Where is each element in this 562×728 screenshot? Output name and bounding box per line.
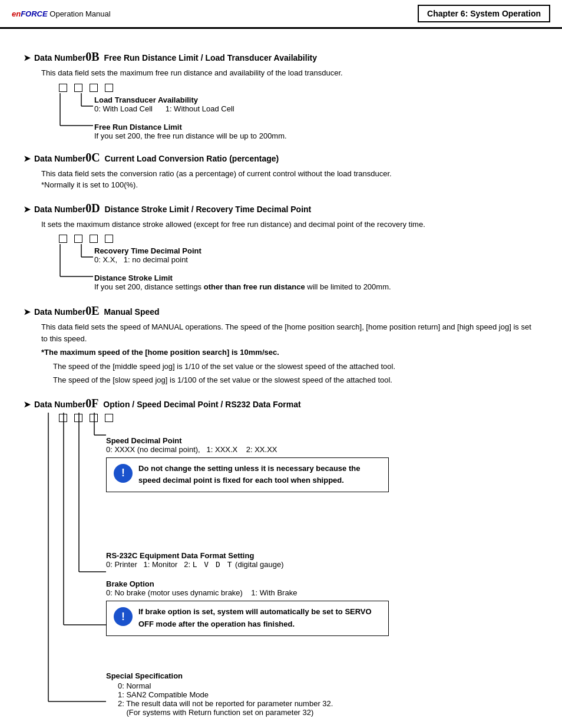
notice-icon-2: ! [114,607,133,626]
section-0D-heading: ➤ Data Number 0D Distance Stroke Limit /… [24,202,538,215]
section-0D: ➤ Data Number 0D Distance Stroke Limit /… [24,202,538,292]
notice-box-speed: ! Do not change the setting unless it is… [106,457,389,493]
section-0E-extra1: The speed of the [middle speed jog] is 1… [53,361,538,373]
section-0E-heading: ➤ Data Number 0E Manual Speed [24,304,538,318]
section-0E-note: *The maximum speed of the [home position… [41,347,538,358]
label-0D-recovery-title: Recovery Time Decimal Point [94,246,201,255]
tree-lines-0F [47,413,106,729]
diagram-0F: Speed Decimal Point 0: XXXX (no decimal … [47,414,538,729]
data-number-code-0C: 0C [85,151,100,164]
diagram-0F-tree: Speed Decimal Point 0: XXXX (no decimal … [47,423,538,729]
checkbox-0D-4 [105,235,113,243]
label-0B-load: Load Transducer Availability 0: With Loa… [94,95,538,113]
section-0B: ➤ Data Number 0B Free Run Distance Limit… [24,50,538,140]
special-spec-1: 1: SAN2 Compatible Mode [118,690,538,699]
section-0F: ➤ Data Number 0F Option / Speed Decimal … [24,397,538,729]
bullet-0C: ➤ [24,154,31,163]
notice-box-brake: ! If brake option is set, system will au… [106,601,389,636]
checkbox-row-0B [59,84,538,92]
bullet-0B: ➤ [24,53,31,62]
data-number-code-0B: 0B [85,50,99,64]
checkbox-0B-2 [74,84,82,92]
label-0F-special: Special Specification 0: Normal 1: SAN2 … [106,671,538,717]
data-number-label-0F: Data Number [34,400,85,409]
section-0B-body: This data field sets the maximum free ru… [41,67,538,79]
label-0F-speed-decimal-body: 0: XXXX (no decimal point), 1: XXX.X 2: … [106,445,277,454]
diagram-0B-labels: Load Transducer Availability 0: With Loa… [94,95,538,140]
checkbox-0D-1 [59,235,67,243]
section-0C-text: This data field sets the conversion rati… [41,168,538,191]
label-0F-special-title: Special Specification [106,671,183,680]
logo: enFORCE Operation Manual [12,9,111,18]
special-spec-2: 2: The result data will not be reported … [118,699,538,717]
section-0F-title: Option / Speed Decimal Point / RS232 Dat… [103,400,300,409]
data-number-label-0C: Data Number [34,154,85,163]
section-0B-title: Free Run Distance Limit / Load Transduce… [104,53,317,62]
logo-en: en [12,9,21,18]
data-number-label-0D: Data Number [34,205,85,214]
checkbox-0F-4 [105,414,113,422]
label-0D-distance: Distance Stroke Limit If you set 200, di… [94,274,538,291]
label-0F-rs232: RS-232C Equipment Data Format Setting 0:… [106,551,538,569]
bullet-0E: ➤ [24,307,31,317]
page-header: enFORCE Operation Manual Chapter 6: Syst… [0,0,562,29]
special-spec-0: 0: Normal [118,681,538,690]
data-number-code-0E: 0E [85,304,99,318]
label-0F-brake: Brake Option 0: No brake (motor uses dyn… [106,579,538,597]
label-0B-load-body: 0: With Load Cell 1: Without Load Cell [94,104,234,113]
data-number-code-0D: 0D [85,202,100,215]
notice-text-brake: If brake option is set, system will auto… [138,606,381,631]
logo-suffix: Operation Manual [49,9,110,18]
label-0B-load-title: Load Transducer Availability [94,95,198,104]
label-0B-freerun: Free Run Distance Limit If you set 200, … [94,123,538,140]
data-number-label-0B: Data Number [34,53,85,62]
section-0C-body: This data field sets the conversion rati… [41,168,538,191]
section-0C-heading: ➤ Data Number 0C Current Load Conversion… [24,151,538,164]
diagram-0D-labels: Recovery Time Decimal Point 0: X.X, 1: n… [94,246,538,291]
label-0F-brake-body: 0: No brake (motor uses dynamic brake) 1… [106,588,297,597]
label-0D-distance-body: If you set 200, distance settings other … [94,282,391,291]
section-0E-title: Manual Speed [104,307,159,317]
label-0B-freerun-title: Free Run Distance Limit [94,123,182,131]
label-0F-speed-decimal-title: Speed Decimal Point [106,436,182,445]
section-0B-heading: ➤ Data Number 0B Free Run Distance Limit… [24,50,538,64]
special-spec-list: 0: Normal 1: SAN2 Compatible Mode 2: The… [118,681,538,717]
label-0F-rs232-body: 0: Printer 1: Monitor 2: L V D T (digita… [106,560,283,569]
section-0E: ➤ Data Number 0E Manual Speed This data … [24,304,538,386]
label-0D-recovery-body: 0: X.X, 1: no decimal point [94,255,188,264]
section-0C: ➤ Data Number 0C Current Load Conversion… [24,151,538,191]
bullet-0F: ➤ [24,400,31,409]
bullet-0D: ➤ [24,205,31,214]
label-0B-freerun-body: If you set 200, the free run distance wi… [94,131,287,140]
section-0E-extra2: The speed of the [slow speed jog] is 1/1… [53,374,538,386]
notice-icon-1: ! [114,464,133,483]
checkbox-0B-1 [59,84,67,92]
label-0F-speed-decimal: Speed Decimal Point 0: XXXX (no decimal … [106,436,538,454]
diagram-0F-label-column: Speed Decimal Point 0: XXXX (no decimal … [106,423,538,729]
checkbox-0D-3 [90,235,98,243]
data-number-label-0E: Data Number [34,307,85,317]
label-0D-recovery: Recovery Time Decimal Point 0: X.X, 1: n… [94,246,538,264]
section-0E-main-text: This data field sets the speed of MANUAL… [41,321,538,344]
section-0E-body: This data field sets the speed of MANUAL… [41,321,538,386]
checkbox-row-0D [59,235,538,243]
section-0D-body: It sets the maximum distance stroke allo… [41,219,538,230]
checkbox-row-0F [59,414,538,422]
diagram-0B: Load Transducer Availability 0: With Loa… [59,84,538,140]
diagram-0D: Recovery Time Decimal Point 0: X.X, 1: n… [59,235,538,291]
main-content: ➤ Data Number 0B Free Run Distance Limit… [0,35,562,728]
label-0F-rs232-title: RS-232C Equipment Data Format Setting [106,551,254,560]
notice-text-speed: Do not change the setting unless it is n… [138,463,381,487]
label-0F-brake-title: Brake Option [106,579,154,588]
data-number-code-0F: 0F [85,397,98,410]
section-0D-title: Distance Stroke Limit / Recovery Time De… [105,205,312,214]
checkbox-0D-2 [74,235,82,243]
label-0D-distance-title: Distance Stroke Limit [94,274,173,282]
checkbox-0B-4 [105,84,113,92]
section-0C-title: Current Load Conversion Ratio (percentag… [105,154,279,163]
section-0F-heading: ➤ Data Number 0F Option / Speed Decimal … [24,397,538,410]
logo-force: FORCE [21,9,48,18]
checkbox-0B-3 [90,84,98,92]
chapter-title: Chapter 6: System Operation [418,5,550,22]
